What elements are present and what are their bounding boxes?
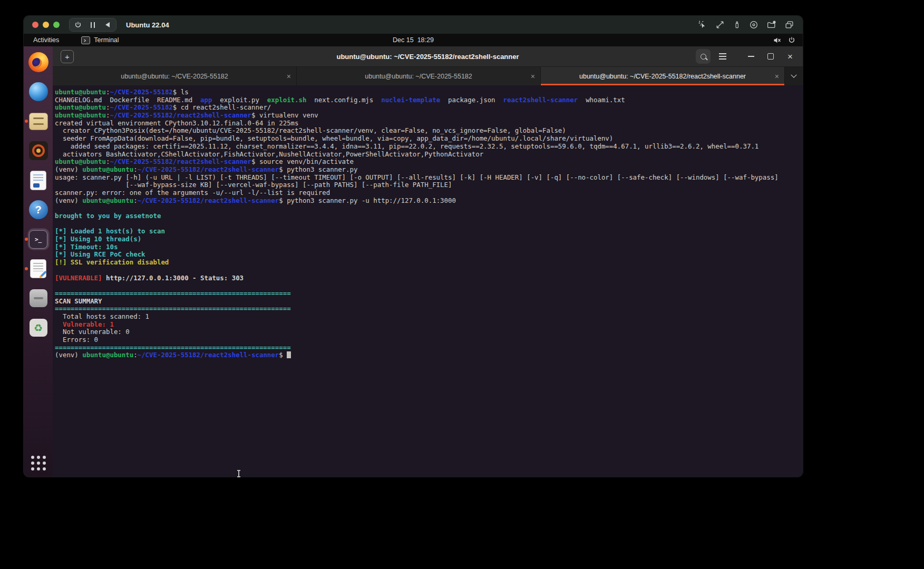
terminal-line xyxy=(55,220,803,228)
focused-app-name: Terminal xyxy=(94,36,119,44)
terminal-line: ubuntu@ubuntu:~/CVE-2025-55182/react2she… xyxy=(55,112,803,120)
mouse-cursor xyxy=(238,470,239,477)
dock-item-thunderbird[interactable] xyxy=(28,81,49,102)
tab-label: ubuntu@ubuntu: ~/CVE-2025-55182/react2sh… xyxy=(565,73,761,80)
shared-folder-icon xyxy=(766,20,776,30)
close-window-button[interactable] xyxy=(32,22,38,28)
terminal-tabs: ubuntu@ubuntu: ~/CVE-2025-55182×ubuntu@u… xyxy=(53,67,785,85)
terminal-tab[interactable]: ubuntu@ubuntu: ~/CVE-2025-55182× xyxy=(53,67,297,85)
terminal-cursor xyxy=(287,351,291,358)
terminal-line: [--waf-bypass-size KB] [--vercel-waf-byp… xyxy=(55,181,803,189)
dock-item-media-disc[interactable] xyxy=(28,140,49,161)
window-title: Ubuntu 22.04 xyxy=(126,21,169,29)
media-disc-icon xyxy=(29,141,48,160)
terminal-line: (venv) ubuntu@ubuntu:~/CVE-2025-55182/re… xyxy=(55,166,803,174)
terminal-line xyxy=(55,204,803,212)
terminal-line: Total hosts scanned: 1 xyxy=(55,313,803,321)
terminal-title: ubuntu@ubuntu: ~/CVE-2025-55182/react2sh… xyxy=(336,53,519,61)
tab-label: ubuntu@ubuntu: ~/CVE-2025-55182 xyxy=(350,73,487,80)
cursor-capture-button[interactable] xyxy=(698,20,707,30)
terminal-line: CHANGELOG.md Dockerfile README.md app ex… xyxy=(55,96,803,104)
dock-item-files[interactable] xyxy=(28,111,49,132)
clock[interactable]: Dec 15 18:29 xyxy=(393,36,434,44)
dock-item-terminal[interactable]: >_ xyxy=(28,229,49,250)
displays-button[interactable] xyxy=(784,20,794,30)
terminal-line: activators BashActivator,CShellActivator… xyxy=(55,151,803,159)
pause-button[interactable] xyxy=(85,19,100,31)
minimize-window-button[interactable] xyxy=(43,22,49,28)
text-editor-icon xyxy=(31,260,46,278)
cursor-capture-icon xyxy=(698,20,707,30)
vm-toolbar-icons xyxy=(698,20,794,30)
terminal-line: [!] SSL verification disabled xyxy=(55,259,803,267)
thunderbird-icon xyxy=(29,82,48,101)
tab-close-button[interactable]: × xyxy=(531,72,535,81)
macos-titlebar: Ubuntu 22.04 xyxy=(24,16,803,34)
terminal-line: [*] Using RCE PoC check xyxy=(55,251,803,259)
focused-app-indicator[interactable]: Terminal xyxy=(81,36,119,44)
archive-icon xyxy=(30,289,47,307)
zoom-window-button[interactable] xyxy=(53,22,60,28)
dock-item-libreoffice-writer[interactable] xyxy=(28,170,49,191)
new-tab-button[interactable]: + xyxy=(61,50,74,63)
usb-button[interactable] xyxy=(733,21,741,29)
terminal-line: [*] Timeout: 10s xyxy=(55,243,803,251)
tab-list-dropdown-button[interactable] xyxy=(785,67,803,85)
terminal-tab[interactable]: ubuntu@ubuntu: ~/CVE-2025-55182/react2sh… xyxy=(541,67,785,85)
terminal-line: ========================================… xyxy=(55,305,803,313)
terminal-line: Vulnerable: 1 xyxy=(55,321,803,329)
dock-item-software[interactable]: ♻ xyxy=(28,317,49,338)
tab-close-button[interactable]: × xyxy=(287,72,291,81)
tab-close-button[interactable]: × xyxy=(775,72,779,81)
dock: ?>_♻ xyxy=(24,46,53,477)
running-indicator xyxy=(25,267,28,270)
terminal-output[interactable]: ubuntu@ubuntu:~/CVE-2025-55182$ lsCHANGE… xyxy=(53,85,803,477)
power-button[interactable] xyxy=(71,19,85,31)
dock-item-firefox[interactable] xyxy=(28,52,49,73)
dock-items: ?>_♻ xyxy=(28,52,49,338)
dock-item-archive[interactable] xyxy=(28,288,49,309)
back-button[interactable] xyxy=(100,19,115,31)
traffic-lights xyxy=(32,22,60,28)
desktop: ?>_♻ + ubuntu@ubuntu: ~/CVE-2025-55182/r… xyxy=(24,46,803,477)
libreoffice-writer-icon xyxy=(31,171,46,190)
terminal-tab[interactable]: ubuntu@ubuntu: ~/CVE-2025-55182× xyxy=(297,67,541,85)
software-icon: ♻ xyxy=(30,319,47,337)
vm-control-group xyxy=(69,18,116,32)
terminal-line: [*] Loaded 1 host(s) to scan xyxy=(55,228,803,236)
terminal-header-actions: × xyxy=(696,49,797,64)
system-status-area[interactable] xyxy=(773,36,795,44)
maximize-icon xyxy=(767,53,774,60)
terminal-line: added seed packages: certifi==2025.11.12… xyxy=(55,143,803,151)
resize-icon xyxy=(715,20,725,30)
terminal-line: (venv) ubuntu@ubuntu:~/CVE-2025-55182/re… xyxy=(55,351,803,359)
vm-window: Ubuntu 22.04 xyxy=(24,16,803,477)
firefox-icon xyxy=(28,52,48,72)
dock-item-help[interactable]: ? xyxy=(28,199,49,220)
search-button[interactable] xyxy=(696,49,711,64)
volume-muted-icon xyxy=(773,36,781,44)
terminal-line: ubuntu@ubuntu:~/CVE-2025-55182/react2she… xyxy=(55,158,803,166)
help-icon: ? xyxy=(29,200,48,219)
terminal-app-icon xyxy=(81,36,90,44)
running-indicator xyxy=(25,120,28,123)
terminal-line: usage: scanner.py [-h] (-u URL | -l LIST… xyxy=(55,174,803,182)
terminal-icon: >_ xyxy=(29,230,47,249)
disc-button[interactable] xyxy=(749,20,758,30)
terminal-line: ubuntu@ubuntu:~/CVE-2025-55182$ cd react… xyxy=(55,104,803,112)
resize-button[interactable] xyxy=(715,20,725,30)
shared-folder-button[interactable] xyxy=(766,20,776,30)
menu-button[interactable] xyxy=(715,49,730,64)
maximize-button[interactable] xyxy=(763,49,778,64)
terminal-line: SCAN SUMMARY xyxy=(55,298,803,306)
terminal-line: (venv) ubuntu@ubuntu:~/CVE-2025-55182/re… xyxy=(55,197,803,205)
pause-icon xyxy=(91,22,95,28)
show-applications-button[interactable] xyxy=(31,456,46,470)
dock-item-text-editor[interactable] xyxy=(28,258,49,279)
chevron-down-icon xyxy=(791,72,796,77)
gnome-top-bar: Activities Terminal Dec 15 18:29 xyxy=(24,34,803,46)
terminal-line: creator CPython3Posix(dest=/home/ubuntu/… xyxy=(55,127,803,135)
minimize-button[interactable] xyxy=(744,49,758,64)
activities-button[interactable]: Activities xyxy=(31,36,61,44)
close-button[interactable]: × xyxy=(783,49,797,64)
